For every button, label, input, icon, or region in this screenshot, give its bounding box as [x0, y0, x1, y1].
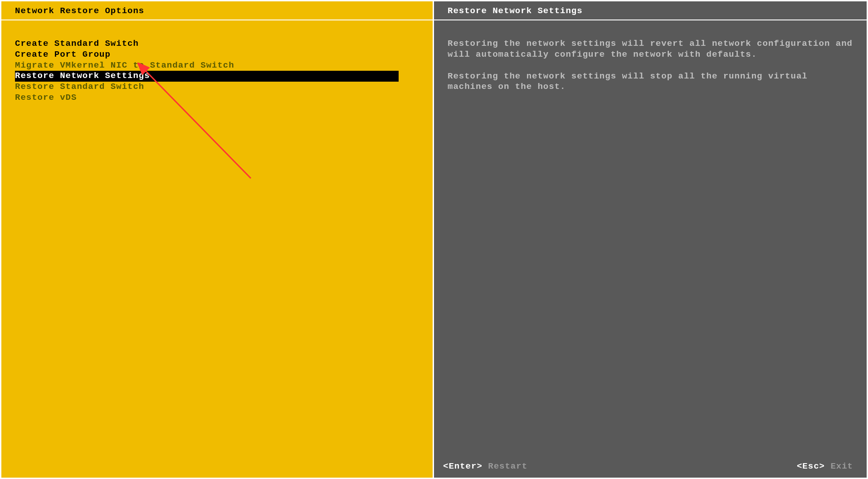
left-panel: Network Restore Options Create Standard … — [0, 0, 434, 479]
menu-item-create-port-group[interactable]: Create Port Group — [15, 49, 419, 60]
footer-hints: <Enter> Restart <Esc> Exit — [434, 457, 867, 478]
menu-item-create-standard-switch[interactable]: Create Standard Switch — [15, 39, 419, 49]
hint-action-exit: Exit — [830, 461, 853, 471]
description-content: Restoring the network settings will reve… — [434, 20, 867, 457]
right-panel-title: Restore Network Settings — [434, 1, 867, 20]
hint-key-esc: <Esc> — [797, 461, 825, 471]
left-panel-title: Network Restore Options — [1, 1, 433, 20]
hint-key-enter: <Enter> — [443, 461, 483, 471]
description-paragraph-2: Restoring the network settings will stop… — [448, 71, 853, 93]
annotation-arrow-icon — [137, 63, 273, 199]
right-panel: Restore Network Settings Restoring the n… — [434, 0, 868, 479]
footer-hint-esc: <Esc> Exit — [797, 461, 853, 471]
hint-action-restart: Restart — [488, 461, 527, 471]
svg-line-1 — [144, 69, 251, 178]
description-paragraph-1: Restoring the network settings will reve… — [448, 39, 853, 60]
footer-hint-enter: <Enter> Restart — [443, 461, 527, 471]
